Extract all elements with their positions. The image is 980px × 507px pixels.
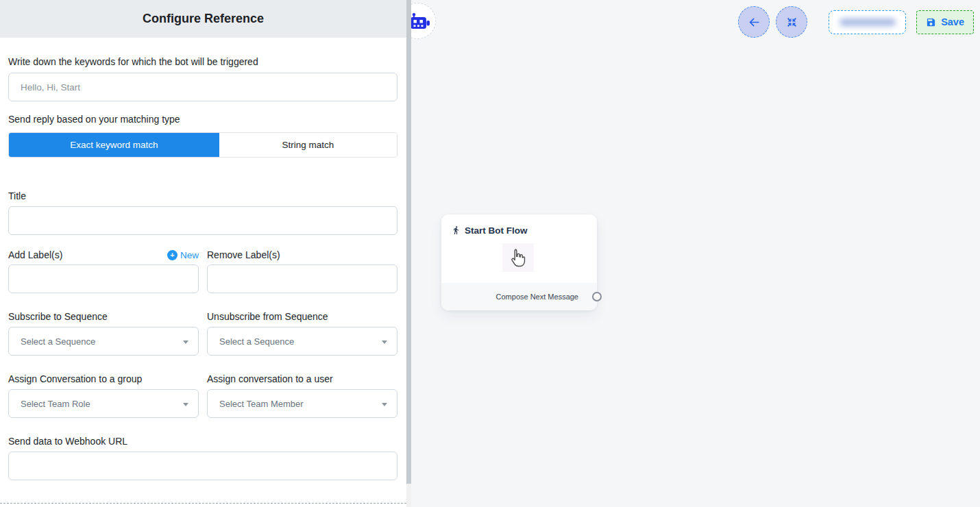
keywords-input[interactable] — [8, 73, 397, 101]
robot-icon — [411, 13, 430, 29]
back-button[interactable] — [738, 6, 770, 38]
hand-pointer-icon — [509, 247, 527, 268]
webhook-url-input[interactable] — [8, 452, 397, 480]
add-labels-input[interactable] — [8, 264, 199, 293]
arrow-left-icon — [748, 16, 761, 29]
node-footer: Compose Next Message — [441, 283, 597, 310]
subscribe-sequence-label: Subscribe to Sequence — [8, 311, 199, 322]
assign-group-label: Assign Conversation to a group — [8, 373, 199, 384]
title-input[interactable] — [8, 206, 397, 235]
fit-view-button[interactable] — [776, 6, 807, 38]
panel-scrollbar[interactable] — [406, 0, 411, 507]
assign-user-select[interactable]: Select Team Member — [207, 389, 397, 418]
configure-reference-panel: Configure Reference Write down the keywo… — [0, 0, 406, 507]
panel-header: Configure Reference — [0, 0, 406, 38]
blurred-label — [840, 18, 896, 26]
chevron-down-icon — [183, 403, 188, 406]
add-labels-label: Add Label(s) — [8, 249, 62, 260]
tab-exact-keyword-match[interactable]: Exact keyword match — [9, 133, 219, 157]
assign-group-value: Select Team Role — [21, 399, 90, 409]
compress-arrows-icon — [786, 16, 798, 28]
start-bot-flow-node[interactable]: Start Bot Flow Compose Next Message — [441, 214, 597, 310]
node-title: Start Bot Flow — [465, 225, 528, 236]
chevron-down-icon — [183, 341, 188, 344]
save-button[interactable]: Save — [916, 10, 974, 34]
subscribe-sequence-value: Select a Sequence — [21, 336, 95, 347]
panel-bottom-divider — [0, 503, 406, 504]
remove-labels-input[interactable] — [207, 264, 397, 293]
unsubscribe-sequence-label: Unsubscribe from Sequence — [207, 311, 397, 322]
chevron-down-icon — [382, 341, 387, 344]
remove-labels-label: Remove Label(s) — [207, 249, 280, 260]
new-label-text: New — [180, 250, 199, 260]
connection-handle[interactable] — [592, 292, 602, 301]
scrollbar-thumb[interactable] — [406, 0, 411, 484]
subscribe-sequence-select[interactable]: Select a Sequence — [8, 327, 199, 356]
panel-body: Write down the keywords for which the bo… — [0, 56, 406, 480]
node-header: Start Bot Flow — [441, 214, 597, 236]
unsubscribe-sequence-value: Select a Sequence — [219, 336, 294, 347]
mouse-cursor — [502, 243, 534, 272]
matching-type-tabs: Exact keyword match String match — [8, 132, 397, 158]
webhook-url-label: Send data to Webhook URL — [8, 436, 397, 447]
new-label-button[interactable]: + New — [167, 250, 199, 260]
unsubscribe-sequence-select[interactable]: Select a Sequence — [207, 327, 397, 356]
plus-circle-icon: + — [167, 250, 177, 260]
keywords-label: Write down the keywords for which the bo… — [8, 56, 397, 67]
assign-user-value: Select Team Member — [219, 399, 304, 409]
panel-title: Configure Reference — [143, 12, 264, 26]
walking-person-icon — [452, 225, 461, 236]
save-button-label: Save — [941, 16, 964, 27]
floppy-disk-icon — [926, 17, 936, 27]
compose-next-message-label: Compose Next Message — [496, 293, 578, 301]
title-label: Title — [8, 190, 397, 201]
assign-group-select[interactable]: Select Team Role — [8, 389, 199, 418]
matching-type-label: Send reply based on your matching type — [8, 114, 397, 125]
redacted-button[interactable] — [829, 10, 906, 34]
assign-user-label: Assign conversation to a user — [207, 373, 397, 384]
chevron-down-icon — [382, 403, 387, 406]
tab-string-match[interactable]: String match — [219, 133, 397, 157]
canvas-toolbar: Save — [732, 6, 974, 38]
